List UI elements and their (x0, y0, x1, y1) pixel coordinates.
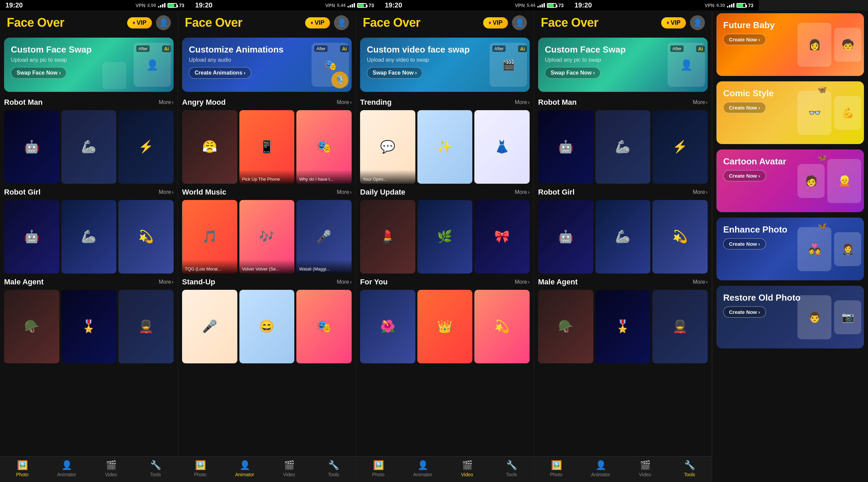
grid-item-su-1[interactable]: 🎤 (182, 290, 237, 363)
nav-video-1[interactable]: 🎬 Video (89, 460, 133, 477)
grid-item-du-2[interactable]: 🌿 (417, 200, 473, 274)
nav-animator-1[interactable]: 👤 Animator (44, 460, 89, 477)
vip-badge-2[interactable]: ♦ VIP (305, 17, 330, 28)
time-2: 19:20 (195, 1, 212, 9)
battery-pct-3: 73 (558, 3, 564, 8)
fc-btn-future[interactable]: Create Now › (723, 34, 766, 45)
vip-badge-1[interactable]: ♦ VIP (127, 17, 152, 28)
grid-item-tr-3[interactable]: 👗 (474, 110, 530, 184)
item-icon-tr-2: ✨ (437, 140, 452, 154)
fc-btn-restore[interactable]: Create Now › (723, 306, 766, 318)
grid-item-fy-2[interactable]: 👑 (417, 290, 473, 363)
grid-item-ma-2[interactable]: 🎖️ (61, 290, 117, 363)
grid-item-rg-3[interactable]: 💫 (118, 200, 174, 274)
grid-item-rm4-3[interactable]: ⚡ (652, 110, 708, 184)
more-btn-fy[interactable]: More › (515, 279, 530, 285)
fc-content-enhance: Enhance Photo Create Now › (723, 224, 857, 249)
nav-video-2[interactable]: 🎬 Video (267, 460, 311, 477)
feature-card-future-baby[interactable]: Future Baby Create Now › 👩 🧒 (716, 13, 864, 76)
user-avatar-4[interactable]: 👤 (690, 15, 705, 30)
grid-item-su-2[interactable]: 😄 (239, 290, 295, 363)
grid-item-rg-1[interactable]: 🤖 (4, 200, 59, 274)
banner-btn-1[interactable]: Swap Face Now › (11, 67, 66, 79)
fc-btn-label-restore: Create Now (729, 309, 757, 315)
banner-btn-2[interactable]: Create Animations › (189, 67, 251, 79)
more-btn-ma-1[interactable]: More › (159, 279, 174, 285)
grid-item-ma4-3[interactable]: 💂 (652, 290, 708, 363)
feature-card-cartoon-avatar[interactable]: Cartoon Avatar Create Now › 🧑 👱 🦋 (716, 149, 864, 212)
nav-photo-1[interactable]: 🖼️ Photo (0, 460, 44, 477)
grid-item-ma-1[interactable]: 🪖 (4, 290, 59, 363)
nav-tools-4[interactable]: 🔧 Tools (667, 460, 712, 477)
item-icon-ma4-2: 🎖️ (615, 319, 630, 334)
grid-item-su-3[interactable]: 🎭 (296, 290, 352, 363)
vip-badge-3[interactable]: ♦ VIP (483, 17, 508, 28)
nav-tools-2[interactable]: 🔧 Tools (311, 460, 356, 477)
grid-item-angry-2[interactable]: 📱 Pick Up The Phone (239, 110, 295, 184)
feature-card-comic-style[interactable]: Comic Style Create Now › 👓 💪 🦋 (716, 81, 864, 144)
grid-item-tr-1[interactable]: 💬 Your Opini... (360, 110, 415, 184)
grid-item-angry-1[interactable]: 😤 (182, 110, 237, 184)
fc-btn-comic[interactable]: Create Now › (723, 102, 766, 113)
more-btn-rm-4[interactable]: More › (693, 99, 708, 105)
grid-item-rm-1[interactable]: 🤖 (4, 110, 59, 184)
banner-btn-label-2: Create Animations (195, 70, 242, 76)
section-header-rg-1: Robot Girl More › (4, 188, 174, 197)
nav-tools-3[interactable]: 🔧 Tools (489, 460, 534, 477)
more-btn-rg-1[interactable]: More › (159, 189, 174, 195)
grid-item-du-1[interactable]: 💄 (360, 200, 415, 274)
grid-item-ma-3[interactable]: 💂 (118, 290, 174, 363)
grid-item-wm-1[interactable]: 🎵 TQG (Lois Morat... (182, 200, 237, 274)
user-avatar-1[interactable]: 👤 (156, 15, 171, 30)
screen-photo: Face Over ♦ VIP 👤 Custom Face Swap Uploa… (0, 11, 178, 482)
nav-tools-1[interactable]: 🔧 Tools (133, 460, 178, 477)
feature-card-enhance-photo[interactable]: Enhance Photo Create Now › 💑 🤵 🦋 (716, 218, 864, 280)
feature-card-restore-photo[interactable]: Restore Old Photo Create Now › 👨 📷 (716, 286, 864, 348)
grid-item-rg-2[interactable]: 🦾 (61, 200, 117, 274)
grid-item-rg4-2[interactable]: 🦾 (595, 200, 651, 274)
more-btn-robot-man[interactable]: More › (159, 99, 174, 105)
more-btn-ma-4[interactable]: More › (693, 279, 708, 285)
grid-item-angry-3[interactable]: 🎭 Why do I have t... (296, 110, 352, 184)
nav-animator-3[interactable]: 👤 Animator (400, 460, 445, 477)
nav-video-3[interactable]: 🎬 Video (445, 460, 489, 477)
nav-video-4[interactable]: 🎬 Video (623, 460, 667, 477)
item-icon-rg4-1: 🤖 (558, 229, 573, 244)
grid-item-du-3[interactable]: 🎀 (474, 200, 530, 274)
more-btn-daily[interactable]: More › (515, 189, 530, 195)
nav-animator-4[interactable]: 👤 Animator (578, 460, 623, 477)
fc-btn-cartoon[interactable]: Create Now › (723, 170, 766, 181)
grid-item-rm-2[interactable]: 🦾 (61, 110, 117, 184)
nav-photo-4[interactable]: 🖼️ Photo (534, 460, 578, 477)
user-avatar-3[interactable]: 👤 (512, 15, 527, 30)
grid-item-fy-3[interactable]: 💫 (474, 290, 530, 363)
grid-item-wm-2[interactable]: 🎶 Volver Volver (Se... (239, 200, 295, 274)
more-btn-trending[interactable]: More › (515, 99, 530, 105)
battery-1 (167, 3, 177, 8)
nav-animator-2[interactable]: 👤 Animator (222, 460, 267, 477)
nav-photo-2[interactable]: 🖼️ Photo (178, 460, 222, 477)
fc-btn-enhance[interactable]: Create Now › (723, 238, 766, 249)
grid-item-rm4-2[interactable]: 🦾 (595, 110, 651, 184)
section-standup: Stand-Up More › 🎤 😄 🎭 (178, 278, 356, 363)
grid-item-ma4-1[interactable]: 🪖 (538, 290, 593, 363)
section-trending: Trending More › 💬 Your Opini... ✨ 👗 (356, 98, 534, 184)
grid-item-rg4-3[interactable]: 💫 (652, 200, 708, 274)
grid-item-wm-3[interactable]: 🎤 Watati (Maggi... (296, 200, 352, 274)
banner-btn-4[interactable]: Swap Face Now › (545, 67, 600, 79)
more-btn-rg-4[interactable]: More › (693, 189, 708, 195)
grid-item-rm4-1[interactable]: 🤖 (538, 110, 593, 184)
grid-item-ma4-2[interactable]: 🎖️ (595, 290, 651, 363)
vip-badge-4[interactable]: ♦ VIP (661, 17, 686, 28)
banner-subtitle-3: Upload any video to swap (367, 57, 523, 63)
grid-item-rm-3[interactable]: ⚡ (118, 110, 174, 184)
more-btn-standup[interactable]: More › (337, 279, 352, 285)
more-btn-wm[interactable]: More › (337, 189, 352, 195)
banner-btn-3[interactable]: Swap Face Now › (367, 67, 422, 79)
grid-item-fy-1[interactable]: 🌺 (360, 290, 415, 363)
grid-item-rg4-1[interactable]: 🤖 (538, 200, 593, 274)
nav-photo-3[interactable]: 🖼️ Photo (356, 460, 400, 477)
more-btn-angry[interactable]: More › (337, 99, 352, 105)
grid-item-tr-2[interactable]: ✨ (417, 110, 473, 184)
user-avatar-2[interactable]: 👤 (334, 15, 349, 30)
